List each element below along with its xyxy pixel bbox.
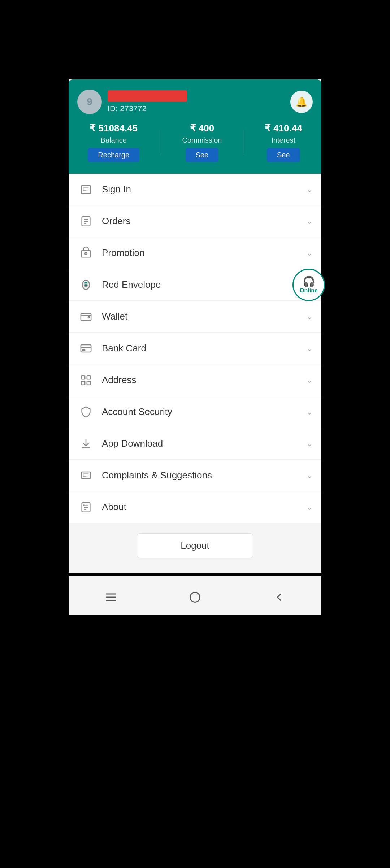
svg-rect-21 [81, 472, 91, 478]
wallet-icon [77, 308, 95, 325]
balance-stat: ₹ 51084.45 Balance Recharge [88, 123, 139, 162]
online-label: Online [300, 287, 318, 294]
promotion-label: Promotion [102, 247, 306, 259]
commission-value: ₹ 400 [190, 123, 214, 134]
interest-value: ₹ 410.44 [265, 123, 302, 134]
avatar[interactable]: 9 [77, 90, 102, 114]
bell-icon: 🔔 [296, 96, 307, 108]
menu-item-bank-card[interactable]: Bank Card ⌄ [69, 333, 321, 364]
menu-item-account-security[interactable]: Account Security ⌄ [69, 396, 321, 428]
divider-1 [161, 130, 161, 155]
menu-item-orders[interactable]: Orders ⌄ [69, 205, 321, 237]
chevron-down-icon: ⌄ [306, 503, 313, 512]
chevron-down-icon: ⌄ [306, 407, 313, 417]
svg-rect-19 [87, 381, 91, 385]
interest-label: Interest [271, 136, 295, 144]
menu-item-complaints[interactable]: Complaints & Suggestions ⌄ [69, 460, 321, 491]
menu-item-sign-in[interactable]: Sign In ⌄ [69, 174, 321, 205]
commission-label: Commission [182, 136, 222, 144]
red-envelope-icon [77, 276, 95, 294]
svg-rect-7 [81, 250, 91, 257]
app-download-icon [77, 435, 95, 452]
wallet-label: Wallet [102, 311, 306, 322]
username-redacted [108, 90, 187, 102]
orders-icon [77, 213, 95, 230]
about-label: About [102, 502, 306, 513]
menu-item-app-download[interactable]: App Download ⌄ [69, 428, 321, 460]
commission-stat: ₹ 400 Commission See [182, 123, 222, 162]
menu-item-about[interactable]: About ⌄ [69, 491, 321, 523]
svg-point-8 [85, 252, 87, 255]
svg-point-10 [84, 284, 87, 286]
online-support-button[interactable]: 🎧 Online [292, 269, 325, 301]
chevron-down-icon: ⌄ [306, 344, 313, 353]
account-security-icon [77, 403, 95, 421]
stats-row: ₹ 51084.45 Balance Recharge ₹ 400 Commis… [77, 123, 313, 162]
bank-card-icon [77, 340, 95, 357]
headset-icon: 🎧 [303, 275, 315, 287]
complaints-label: Complaints & Suggestions [102, 470, 306, 481]
divider-2 [243, 130, 243, 155]
menu-item-red-envelope[interactable]: Red Envelope 🎧 Online [69, 269, 321, 301]
chevron-down-icon: ⌄ [306, 185, 313, 194]
menu-item-wallet[interactable]: Wallet ⌄ [69, 301, 321, 333]
balance-value: ₹ 51084.45 [90, 123, 138, 134]
logout-section: Logout [69, 523, 321, 573]
account-security-label: Account Security [102, 406, 306, 417]
user-id: ID: 273772 [108, 104, 187, 113]
menu-item-address[interactable]: Address ⌄ [69, 364, 321, 396]
bottom-navigation [69, 576, 321, 615]
interest-stat: ₹ 410.44 Interest See [265, 123, 302, 162]
back-button[interactable] [268, 586, 290, 608]
svg-rect-17 [87, 376, 91, 379]
user-info: ID: 273772 [108, 90, 187, 113]
interest-see-button[interactable]: See [267, 148, 300, 162]
promotion-icon [77, 244, 95, 262]
sign-in-label: Sign In [102, 184, 306, 195]
bank-card-label: Bank Card [102, 343, 306, 354]
chevron-down-icon: ⌄ [306, 217, 313, 226]
svg-rect-15 [82, 349, 85, 350]
chevron-down-icon: ⌄ [306, 312, 313, 321]
logout-button[interactable]: Logout [137, 533, 253, 558]
chevron-down-icon: ⌄ [306, 248, 313, 258]
address-icon [77, 372, 95, 389]
address-label: Address [102, 374, 306, 386]
app-download-label: App Download [102, 438, 306, 449]
header-card: 9 ID: 273772 🔔 ₹ 51084.45 Balance Rechar… [69, 79, 321, 174]
complaints-icon [77, 467, 95, 484]
balance-label: Balance [101, 136, 127, 144]
chevron-down-icon: ⌄ [306, 376, 313, 385]
hamburger-menu-button[interactable] [100, 586, 122, 608]
sign-in-icon [77, 181, 95, 198]
menu-item-promotion[interactable]: Promotion ⌄ [69, 237, 321, 269]
chevron-down-icon: ⌄ [306, 439, 313, 448]
svg-rect-0 [81, 185, 91, 194]
orders-label: Orders [102, 216, 306, 227]
svg-rect-16 [81, 376, 85, 379]
svg-rect-13 [81, 345, 91, 352]
chevron-down-icon: ⌄ [306, 471, 313, 480]
svg-point-32 [190, 593, 200, 602]
home-button[interactable] [184, 586, 206, 608]
svg-rect-18 [81, 381, 85, 385]
about-icon [77, 499, 95, 516]
notification-button[interactable]: 🔔 [290, 91, 313, 113]
menu-list: Sign In ⌄ Orders ⌄ [69, 174, 321, 523]
commission-see-button[interactable]: See [186, 148, 219, 162]
svg-point-28 [83, 505, 84, 505]
recharge-button[interactable]: Recharge [88, 148, 139, 162]
red-envelope-label: Red Envelope [102, 279, 313, 290]
